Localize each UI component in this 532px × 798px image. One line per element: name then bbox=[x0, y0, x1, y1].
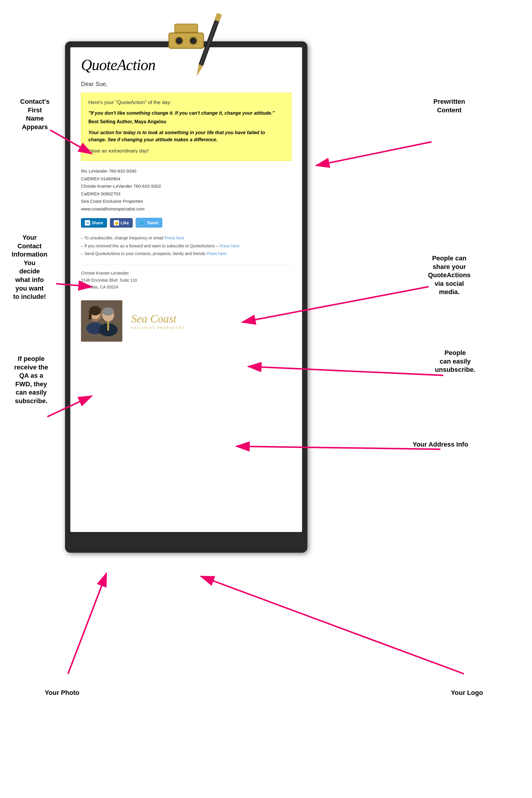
sea-coast-logo-text: Sea Coast bbox=[131, 313, 185, 325]
quote-box: Here's your "QuoteAction" of the day: "I… bbox=[81, 93, 291, 161]
clip-hole-right bbox=[189, 37, 197, 45]
quote-intro: Here's your "QuoteAction" of the day: bbox=[88, 100, 284, 106]
quote-text: "If you don't like something change it. … bbox=[88, 110, 284, 117]
svg-point-8 bbox=[102, 307, 114, 316]
twitter-icon: 🐦 bbox=[139, 220, 146, 226]
agent-photo bbox=[81, 300, 122, 342]
linkedin-button[interactable]: in Share bbox=[81, 218, 107, 228]
linkedin-label: Share bbox=[92, 221, 103, 225]
facebook-label: Like bbox=[120, 221, 129, 225]
contact-name1: Ric LeVander 760-632-9390 bbox=[81, 167, 291, 175]
clip-hole-left bbox=[175, 37, 183, 45]
annotation-unsubscribe: Peoplecan easilyunsubscribe. bbox=[425, 349, 485, 374]
contact-dre2: CalDRE# 00902753 bbox=[81, 190, 291, 198]
annotation-logo: Your Logo bbox=[440, 689, 494, 697]
contact-name2: Christie Kramer-LeVander 760-632-9302 bbox=[81, 182, 291, 190]
contact-website: www.coastalhomespecialist.com bbox=[81, 205, 291, 213]
action-text: Your action for today is to look at some… bbox=[88, 129, 284, 143]
facebook-icon: 👍 bbox=[114, 220, 119, 226]
clip-body bbox=[169, 33, 204, 49]
address-section: Christie Kramer-LeVander 2146 Encinitas … bbox=[81, 265, 291, 291]
unsubscribe-line1: – To unsubscribe, change frequency or em… bbox=[81, 234, 291, 242]
annotation-prewritten: PrewrittenContent bbox=[420, 97, 479, 114]
address-line1: 2146 Encinitas Blvd. Suite 110 bbox=[81, 277, 291, 284]
linkedin-icon: in bbox=[85, 220, 90, 226]
email-paper: QuoteAction Dear Sue, Here's your "Quote… bbox=[70, 47, 302, 532]
quoteaction-logo: QuoteAction bbox=[81, 56, 291, 74]
photo-arrow bbox=[68, 573, 107, 674]
twitter-button[interactable]: 🐦 Tweet bbox=[136, 218, 162, 228]
subscribe-line2: – If you received this as a forward and … bbox=[81, 242, 291, 250]
contact-section: Ric LeVander 760-632-9390 CalDRE# 014609… bbox=[81, 167, 291, 212]
annotation-share: People canshare yourQuoteActionsvia soci… bbox=[420, 254, 479, 297]
email-content: QuoteAction Dear Sue, Here's your "Quote… bbox=[70, 47, 302, 354]
twitter-label: Tweet bbox=[147, 221, 158, 225]
send-press-link[interactable]: Press here bbox=[207, 251, 227, 256]
annotation-fwd: If peoplereceive theQA as aFWD, theycan … bbox=[2, 355, 60, 405]
quote-author: Best Selling Author, Maya Angelou bbox=[88, 119, 284, 125]
clipboard-clip bbox=[169, 24, 204, 53]
clip-top bbox=[174, 24, 198, 33]
contact-company: Sea Coast Exclusive Properties bbox=[81, 197, 291, 205]
svg-rect-1 bbox=[81, 300, 122, 342]
annotation-first-name: Contact'sFirstNameAppears bbox=[8, 97, 61, 131]
pen-tip bbox=[194, 64, 203, 77]
send-line3: – Send QuoteActions to your contacts, pr… bbox=[81, 250, 291, 258]
bottom-section: Sea Coast EXCLUSIVE PROPERTIES bbox=[81, 297, 291, 345]
svg-rect-5 bbox=[89, 311, 92, 320]
subscribe-press-link[interactable]: Press here bbox=[219, 244, 240, 248]
dear-line: Dear Sue, bbox=[81, 81, 291, 88]
contact-dre1: CalDRE# 01460904 bbox=[81, 175, 291, 183]
prewritten-arrow bbox=[316, 142, 432, 166]
sea-coast-logo-area: Sea Coast EXCLUSIVE PROPERTIES bbox=[131, 313, 185, 329]
clipboard-wrapper: QuoteAction Dear Sue, Here's your "Quote… bbox=[65, 24, 307, 556]
have-day: Have an extraordinary day! bbox=[88, 148, 284, 154]
logo-arrow bbox=[201, 576, 464, 674]
annotation-photo: Your Photo bbox=[36, 689, 89, 697]
sea-coast-subtitle: EXCLUSIVE PROPERTIES bbox=[131, 326, 185, 329]
svg-rect-10 bbox=[107, 322, 109, 330]
annotation-address: Your Address Info bbox=[408, 440, 473, 449]
address-line2: Encinitas, CA 92024 bbox=[81, 284, 291, 291]
social-buttons: in Share 👍 Like 🐦 Tweet bbox=[81, 218, 291, 228]
photo-svg bbox=[81, 300, 122, 342]
unsubscribe-section: – To unsubscribe, change frequency or em… bbox=[81, 234, 291, 258]
annotation-contact-info: YourContactInformationYoudecidewhat info… bbox=[3, 233, 56, 301]
address-name: Christie Kramer-LeVander bbox=[81, 270, 291, 277]
unsubscribe-press-link[interactable]: Press here bbox=[164, 235, 185, 240]
facebook-button[interactable]: 👍 Like bbox=[110, 218, 133, 228]
